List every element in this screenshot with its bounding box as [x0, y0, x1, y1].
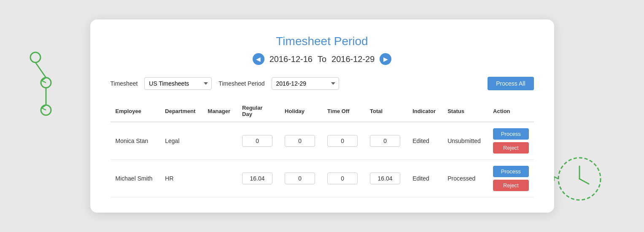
period-select[interactable]: 2016-12-29	[272, 77, 339, 90]
col-indicator: Indicator	[407, 100, 442, 122]
employee-name: Monica Stan	[110, 122, 160, 160]
filters-row: Timesheet US Timesheets Timesheet Period…	[110, 77, 534, 90]
total-input[interactable]	[370, 173, 400, 184]
total-cell	[365, 160, 407, 197]
timesheet-table: Employee Department Manager RegularDay H…	[110, 100, 534, 197]
svg-point-5	[558, 158, 601, 200]
action-cell: Process Reject	[488, 122, 534, 160]
col-time-off: Time Off	[322, 100, 365, 122]
indicator: Edited	[407, 122, 442, 160]
reject-button-row1[interactable]: Reject	[493, 142, 528, 154]
period-label: Timesheet Period	[218, 80, 264, 87]
period-prev-button[interactable]: ◀	[253, 53, 264, 65]
total-cell	[365, 122, 407, 160]
table-row: Michael Smith HR Edited	[110, 160, 534, 197]
svg-line-3	[35, 62, 46, 78]
process-all-button[interactable]: Process All	[488, 77, 534, 90]
holiday-input[interactable]	[285, 135, 315, 147]
col-manager: Manager	[203, 100, 237, 122]
indicator: Edited	[407, 160, 442, 197]
left-decoration	[23, 45, 90, 129]
svg-point-2	[41, 105, 51, 115]
period-start: 2016-12-16	[269, 54, 313, 64]
table-header-row: Employee Department Manager RegularDay H…	[110, 100, 534, 122]
reject-button-row2[interactable]: Reject	[493, 180, 528, 191]
holiday-cell	[280, 160, 322, 197]
regular-day-input[interactable]	[242, 173, 272, 184]
period-end: 2016-12-29	[331, 54, 375, 64]
svg-line-7	[579, 179, 589, 184]
timesheet-select[interactable]: US Timesheets	[144, 77, 212, 90]
col-regular-day: RegularDay	[237, 100, 280, 122]
department: HR	[160, 160, 202, 197]
holiday-input[interactable]	[285, 173, 315, 184]
col-status: Status	[442, 100, 488, 122]
time-off-input[interactable]	[327, 173, 358, 184]
department: Legal	[160, 122, 202, 160]
manager	[203, 122, 237, 160]
col-holiday: Holiday	[280, 100, 322, 122]
status: Unsubmitted	[442, 122, 488, 160]
time-off-cell	[322, 122, 365, 160]
process-button-row1[interactable]: Process	[493, 128, 528, 140]
manager	[203, 160, 237, 197]
table-row: Monica Stan Legal Edited	[110, 122, 534, 160]
right-decoration	[554, 154, 605, 204]
regular-day-cell	[237, 122, 280, 160]
page-title: Timesheet Period	[110, 35, 534, 48]
svg-point-1	[41, 78, 51, 88]
col-total: Total	[365, 100, 407, 122]
svg-point-0	[30, 52, 40, 62]
time-off-cell	[322, 160, 365, 197]
action-cell: Process Reject	[488, 160, 534, 197]
period-to-label: To	[318, 54, 326, 64]
regular-day-input[interactable]	[242, 135, 272, 147]
status: Processed	[442, 160, 488, 197]
period-nav: ◀ 2016-12-16 To 2016-12-29 ▶	[110, 53, 534, 65]
period-next-button[interactable]: ▶	[380, 53, 391, 65]
holiday-cell	[280, 122, 322, 160]
process-button-row2[interactable]: Process	[493, 166, 528, 177]
timesheet-label: Timesheet	[110, 80, 138, 87]
main-card: Timesheet Period ◀ 2016-12-16 To 2016-12…	[90, 19, 554, 213]
time-off-input[interactable]	[327, 135, 358, 147]
employee-name: Michael Smith	[110, 160, 160, 197]
regular-day-cell	[237, 160, 280, 197]
col-employee: Employee	[110, 100, 160, 122]
total-input[interactable]	[370, 135, 400, 147]
col-department: Department	[160, 100, 202, 122]
col-action: Action	[488, 100, 534, 122]
